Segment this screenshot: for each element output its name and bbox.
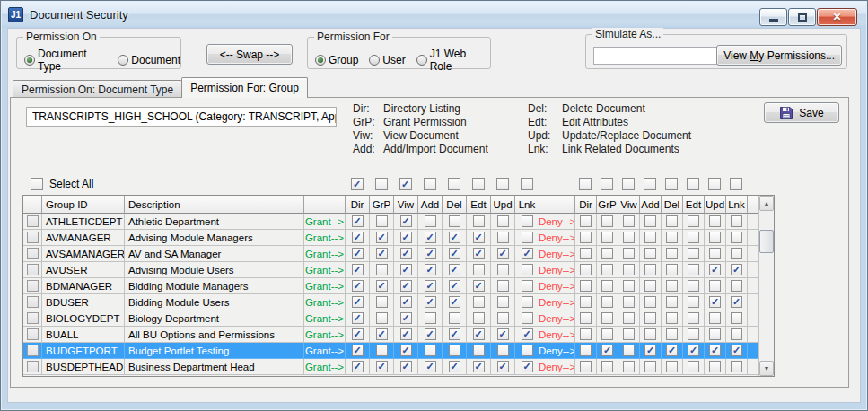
checkbox-checked[interactable]: ✓	[352, 280, 364, 292]
checkbox-checked[interactable]: ✓	[352, 296, 364, 308]
column-header-del[interactable]: Del	[662, 196, 683, 214]
checkbox-unchecked[interactable]	[601, 361, 613, 372]
checkbox-unchecked[interactable]	[623, 361, 635, 372]
checkbox-unchecked[interactable]	[623, 264, 635, 275]
checkbox-unchecked[interactable]	[731, 232, 742, 243]
checkbox-checked[interactable]: ✓	[425, 264, 436, 275]
checkbox-checked[interactable]: ✓	[688, 345, 699, 356]
checkbox-unchecked[interactable]	[688, 248, 699, 259]
checkbox-checked[interactable]: ✓	[425, 361, 436, 372]
checkbox-unchecked[interactable]	[449, 215, 460, 227]
checkbox-checked[interactable]: ✓	[473, 328, 485, 340]
checkbox-unchecked[interactable]	[449, 312, 460, 324]
checkbox-checked[interactable]: ✓	[522, 328, 533, 340]
checkbox-unchecked[interactable]	[376, 296, 388, 308]
checkbox-unchecked[interactable]	[497, 312, 509, 324]
checkbox-unchecked[interactable]	[497, 345, 509, 356]
checkbox-unchecked[interactable]	[688, 312, 699, 324]
checkbox-checked[interactable]: ✓	[352, 264, 364, 275]
checkbox-unchecked[interactable]	[622, 178, 635, 190]
checkbox-unchecked[interactable]	[580, 248, 592, 259]
table-row-biologydept[interactable]: BIOLOGYDEPTBiology DepartmentGrant-->✓✓D…	[23, 310, 758, 327]
checkbox-unchecked[interactable]	[688, 328, 699, 340]
close-button[interactable]: ✕	[817, 8, 857, 26]
checkbox-unchecked[interactable]	[623, 232, 635, 243]
radio-user[interactable]: User	[369, 48, 405, 73]
checkbox-checked[interactable]: ✓	[709, 296, 721, 308]
checkbox-unchecked[interactable]	[27, 215, 39, 227]
checkbox-unchecked[interactable]	[496, 178, 509, 190]
checkbox-checked[interactable]: ✓	[400, 345, 412, 356]
checkbox-unchecked[interactable]	[376, 264, 388, 275]
checkbox-unchecked[interactable]	[522, 264, 533, 275]
checkbox-checked[interactable]: ✓	[376, 280, 388, 292]
column-header-edt[interactable]: Edt	[683, 196, 705, 214]
checkbox-checked[interactable]: ✓	[400, 248, 412, 259]
checkbox-checked[interactable]: ✓	[497, 328, 509, 340]
checkbox-checked[interactable]: ✓	[352, 248, 364, 259]
checkbox-checked[interactable]: ✓	[449, 328, 460, 340]
checkbox-unchecked[interactable]	[623, 215, 635, 227]
checkbox-unchecked[interactable]	[449, 345, 460, 356]
checkbox-checked[interactable]: ✓	[400, 312, 412, 324]
checkbox-checked[interactable]: ✓	[425, 296, 436, 308]
checkbox-unchecked[interactable]	[425, 312, 436, 324]
checkbox-unchecked[interactable]	[473, 312, 485, 324]
checkbox-unchecked[interactable]	[601, 264, 613, 275]
checkbox-unchecked[interactable]	[708, 178, 721, 190]
checkbox-unchecked[interactable]	[522, 345, 533, 356]
table-row-busdepthead[interactable]: BUSDEPTHEADBusiness Department HeadGrant…	[23, 359, 758, 375]
checkbox-unchecked[interactable]	[666, 248, 678, 259]
checkbox-checked[interactable]: ✓	[473, 361, 485, 372]
checkbox-checked[interactable]: ✓	[352, 345, 364, 356]
column-header-grp[interactable]: GrP	[597, 196, 618, 214]
table-row-bduser[interactable]: BDUSERBidding Module UsersGrant-->✓✓✓✓De…	[23, 294, 758, 310]
table-row-avmanager[interactable]: AVMANAGERAdvising Module ManagersGrant--…	[23, 230, 758, 246]
checkbox-checked[interactable]: ✓	[376, 361, 388, 372]
checkbox-unchecked[interactable]	[665, 178, 678, 190]
checkbox-unchecked[interactable]	[448, 178, 460, 190]
checkbox-unchecked[interactable]	[522, 215, 533, 227]
checkbox-unchecked[interactable]	[644, 296, 656, 308]
checkbox-checked[interactable]: ✓	[400, 215, 412, 227]
checkbox-unchecked[interactable]	[497, 280, 509, 292]
column-header-dir[interactable]: Dir	[346, 196, 370, 214]
checkbox-unchecked[interactable]	[644, 328, 656, 340]
checkbox-unchecked[interactable]	[521, 178, 533, 190]
checkbox-unchecked[interactable]	[644, 280, 656, 292]
table-row-avsamanager[interactable]: AVSAMANAGERAV and SA ManagerGrant-->✓✓✓✓…	[23, 246, 758, 262]
checkbox-unchecked[interactable]	[497, 264, 509, 275]
checkbox-unchecked[interactable]	[623, 296, 635, 308]
checkbox-checked[interactable]: ✓	[644, 345, 656, 356]
table-row-bdmanager[interactable]: BDMANAGERBidding Module ManagersGrant-->…	[23, 278, 758, 294]
checkbox-unchecked[interactable]	[709, 361, 721, 372]
checkbox-unchecked[interactable]	[688, 232, 699, 243]
checkbox-checked[interactable]: ✓	[351, 178, 364, 190]
checkbox-unchecked[interactable]	[522, 296, 533, 308]
checkbox-unchecked[interactable]	[376, 312, 388, 324]
checkbox-checked[interactable]: ✓	[400, 280, 412, 292]
checkbox-checked[interactable]: ✓	[522, 248, 533, 259]
swap-button[interactable]: <-- Swap -->	[206, 44, 293, 65]
checkbox-unchecked[interactable]	[666, 296, 678, 308]
checkbox-unchecked[interactable]	[623, 345, 635, 356]
checkbox-unchecked[interactable]	[601, 328, 613, 340]
maximize-button[interactable]	[788, 8, 816, 26]
checkbox-checked[interactable]: ✓	[376, 248, 388, 259]
checkbox-unchecked[interactable]	[579, 178, 592, 190]
checkbox-checked[interactable]: ✓	[400, 264, 412, 275]
checkbox-checked[interactable]: ✓	[709, 345, 721, 356]
checkbox-unchecked[interactable]	[425, 345, 436, 356]
checkbox-unchecked[interactable]	[580, 328, 592, 340]
checkbox-checked[interactable]: ✓	[425, 232, 436, 243]
checkbox-checked[interactable]: ✓	[449, 248, 460, 259]
checkbox-unchecked[interactable]	[709, 312, 721, 324]
column-header-grp[interactable]: GrP	[370, 196, 394, 214]
checkbox-checked[interactable]: ✓	[376, 232, 388, 243]
checkbox-checked[interactable]: ✓	[473, 248, 485, 259]
checkbox-unchecked[interactable]	[601, 232, 613, 243]
checkbox-unchecked[interactable]	[666, 312, 678, 324]
checkbox-checked[interactable]: ✓	[449, 361, 460, 372]
checkbox-unchecked[interactable]	[666, 264, 678, 275]
column-header-lnk[interactable]: Lnk	[515, 196, 539, 214]
